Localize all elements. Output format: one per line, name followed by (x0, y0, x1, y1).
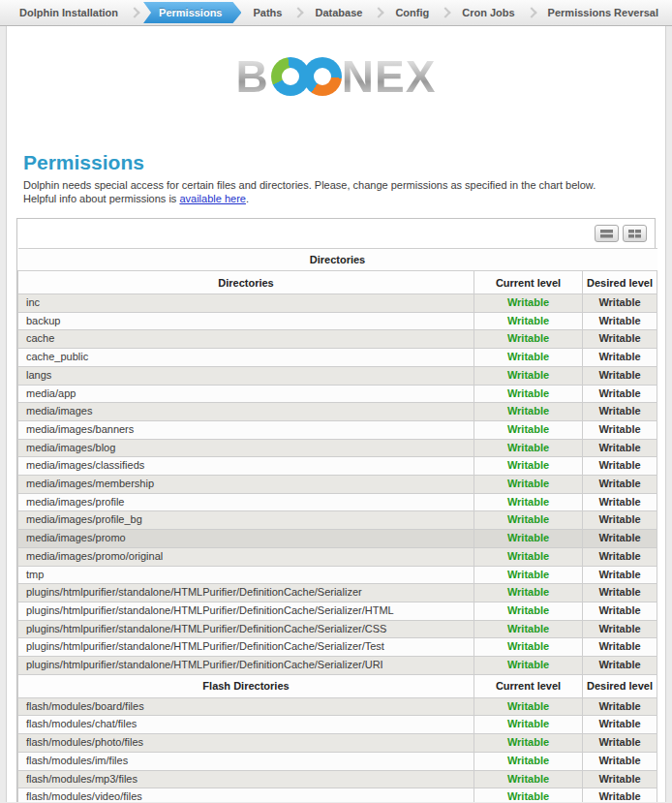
directory-row: cache Writable Writable (18, 330, 657, 349)
section-header-title: Directories (18, 271, 474, 294)
directory-path: media/images/membership (18, 476, 474, 494)
directory-path: cache (18, 330, 474, 349)
nav-tab-label: Paths (253, 7, 282, 18)
nav-tab-label: Dolphin Installation (19, 7, 118, 18)
desired-level-value: Writable (583, 493, 657, 511)
desired-level-value: Writable (583, 716, 657, 734)
directory-row: plugins/htmlpurifier/standalone/HTMLPuri… (18, 620, 657, 638)
directory-path: media/images/profile (18, 493, 474, 511)
intro-line1: Dolphin needs special access for certain… (23, 179, 596, 191)
directory-row: langs Writable Writable (18, 366, 657, 385)
chevron-right-icon (293, 7, 304, 17)
desired-level-value: Writable (583, 770, 657, 788)
grid-view-icon (628, 230, 641, 238)
desired-level-value: Writable (583, 366, 657, 385)
nav-tab-database[interactable]: Database (305, 2, 372, 23)
available-here-link[interactable]: available here (179, 193, 246, 204)
directory-path: plugins/htmlpurifier/standalone/HTMLPuri… (18, 657, 474, 675)
current-level-value: Writable (474, 385, 583, 403)
directory-row: media/images/promo/original Writable Wri… (18, 547, 657, 566)
nav-tab-dolphin-installation[interactable]: Dolphin Installation (10, 2, 128, 23)
desired-level-value: Writable (583, 566, 657, 584)
directory-row: media/images/profile Writable Writable (18, 493, 657, 511)
directory-path: media/images/promo (18, 530, 474, 548)
list-view-icon (600, 230, 613, 238)
list-view-button[interactable] (595, 225, 619, 242)
directory-row: plugins/htmlpurifier/standalone/HTMLPuri… (18, 602, 657, 620)
directory-path: tmp (18, 566, 474, 584)
directory-row: plugins/htmlpurifier/standalone/HTMLPuri… (18, 657, 657, 675)
directory-path: flash/modules/video/files (18, 788, 474, 802)
directory-row: flash/modules/photo/files Writable Writa… (18, 734, 657, 753)
desired-level-value: Writable (583, 312, 657, 330)
directory-row: cache_public Writable Writable (18, 349, 657, 367)
current-level-value: Writable (474, 547, 583, 566)
nav-tab-permissions-reversal[interactable]: Permissions Reversal (538, 2, 668, 23)
directory-row: media/images/classifieds Writable Writab… (18, 457, 657, 476)
current-level-value: Writable (474, 788, 583, 802)
desired-level-value: Writable (583, 294, 657, 313)
content-area: B NEX Permissions Dolphin needs special … (6, 26, 666, 802)
desired-level-value: Writable (583, 638, 657, 657)
directory-row: flash/modules/video/files Writable Writa… (18, 788, 657, 802)
desired-level-value: Writable (583, 349, 657, 367)
current-level-value: Writable (474, 511, 583, 530)
installer-step-nav: Dolphin Installation Permissions Paths D… (0, 0, 672, 26)
grid-view-button[interactable] (623, 225, 647, 242)
logo-letter-b: B (236, 50, 269, 103)
current-level-value: Writable (474, 770, 583, 788)
column-header-current-level: Current level (474, 674, 583, 697)
directory-row: inc Writable Writable (18, 294, 657, 313)
directory-path: flash/modules/mp3/files (18, 770, 474, 788)
directory-path: flash/modules/board/files (18, 697, 474, 716)
table-caption-row: Directories (18, 249, 657, 271)
permissions-panel: Directories Directories Current level De… (16, 218, 656, 802)
desired-level-value: Writable (583, 530, 657, 548)
page-title: Permissions (23, 151, 665, 174)
column-header-desired-level: Desired level (583, 271, 657, 294)
directory-path: media/images/blog (18, 439, 474, 457)
nav-tab-paths[interactable]: Paths (243, 2, 291, 23)
section-header-row: Directories Current level Desired level (18, 271, 657, 294)
directory-row: media/images Writable Writable (18, 403, 657, 421)
directory-path: media/images (18, 403, 474, 421)
desired-level-value: Writable (583, 511, 657, 530)
directory-path: langs (18, 366, 474, 385)
nav-tab-permissions[interactable]: Permissions (143, 2, 241, 23)
directory-row: media/images/profile_bg Writable Writabl… (18, 511, 657, 530)
current-level-value: Writable (474, 602, 583, 620)
nav-tab-label: Permissions Reversal (548, 7, 658, 18)
directory-row: flash/modules/im/files Writable Writable (18, 752, 657, 770)
permissions-table: Directories Directories Current level De… (17, 248, 657, 802)
directory-path: plugins/htmlpurifier/standalone/HTMLPuri… (18, 584, 474, 602)
desired-level-value: Writable (583, 752, 657, 770)
table-caption: Directories (18, 249, 657, 271)
directory-path: cache_public (18, 349, 474, 367)
view-toolbar (17, 219, 655, 248)
nav-tab-config[interactable]: Config (385, 2, 439, 23)
directory-path: plugins/htmlpurifier/standalone/HTMLPuri… (18, 602, 474, 620)
column-header-desired-level: Desired level (583, 674, 657, 697)
desired-level-value: Writable (583, 788, 657, 802)
directory-path: flash/modules/im/files (18, 752, 474, 770)
directory-path: media/images/classifieds (18, 457, 474, 476)
directory-path: plugins/htmlpurifier/standalone/HTMLPuri… (18, 638, 474, 657)
nav-tab-label: Database (315, 7, 362, 18)
desired-level-value: Writable (583, 547, 657, 566)
directory-row: tmp Writable Writable (18, 566, 657, 584)
column-header-current-level: Current level (474, 271, 583, 294)
current-level-value: Writable (474, 697, 583, 716)
directory-path: backup (18, 312, 474, 330)
directory-path: media/images/banners (18, 420, 474, 439)
logo-letters-nex: NEX (342, 50, 437, 103)
desired-level-value: Writable (583, 697, 657, 716)
current-level-value: Writable (474, 349, 583, 367)
desired-level-value: Writable (583, 602, 657, 620)
current-level-value: Writable (474, 403, 583, 421)
nav-tab-label: Cron Jobs (462, 7, 514, 18)
directory-path: flash/modules/chat/files (18, 716, 474, 734)
section-header-row: Flash Directories Current level Desired … (18, 674, 657, 697)
desired-level-value: Writable (583, 620, 657, 638)
nav-tab-cron-jobs[interactable]: Cron Jobs (452, 2, 524, 23)
current-level-value: Writable (474, 476, 583, 494)
